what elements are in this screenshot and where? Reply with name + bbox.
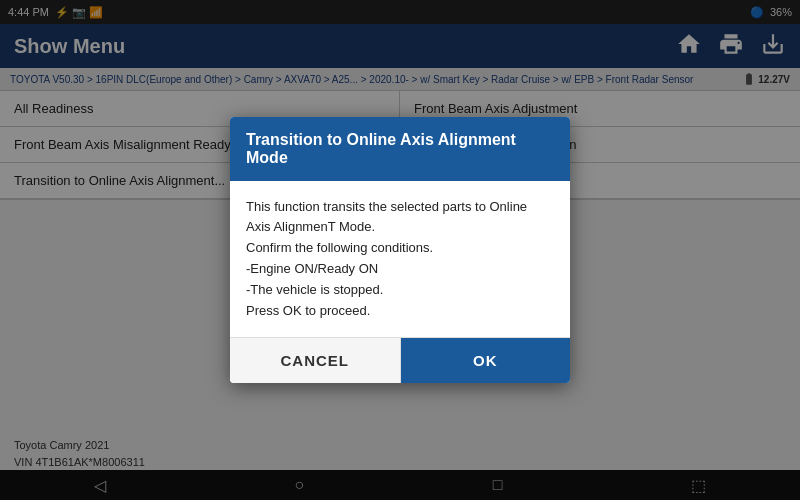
dialog-footer: CANCEL OK (230, 337, 570, 383)
dialog-body: This function transits the selected part… (230, 181, 570, 338)
modal-overlay: Transition to Online Axis Alignment Mode… (0, 0, 800, 500)
dialog-header: Transition to Online Axis Alignment Mode (230, 117, 570, 181)
dialog-title: Transition to Online Axis Alignment Mode (246, 131, 516, 166)
ok-button[interactable]: OK (401, 338, 571, 383)
dialog-box: Transition to Online Axis Alignment Mode… (230, 117, 570, 384)
dialog-message: This function transits the selected part… (246, 199, 527, 318)
cancel-button[interactable]: CANCEL (230, 338, 401, 383)
